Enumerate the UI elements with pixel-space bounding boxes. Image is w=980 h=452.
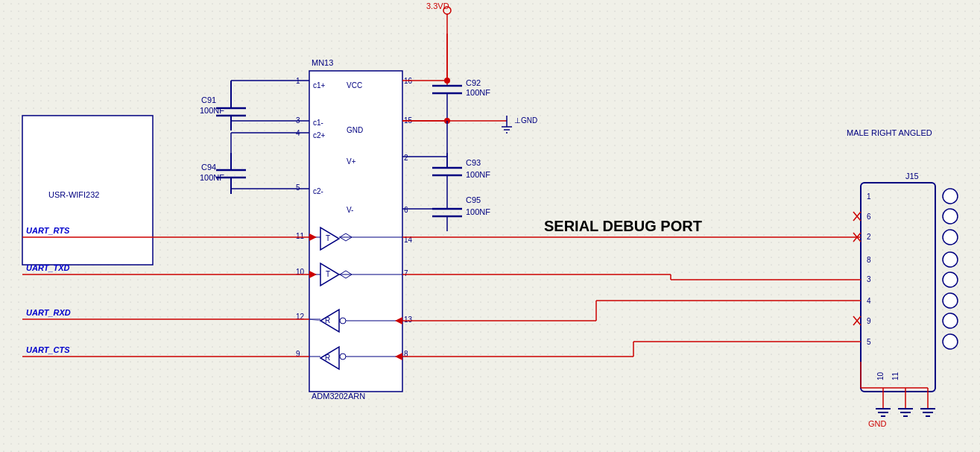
uart-cts-label: UART_CTS [26, 345, 70, 354]
j15-pin4: 4 [867, 297, 871, 305]
j15-ref: J15 [905, 172, 919, 181]
pin7-num: 7 [404, 269, 408, 277]
svg-point-73 [943, 209, 958, 224]
pin11-num: 11 [296, 232, 305, 240]
pin6-num: 6 [404, 206, 408, 214]
svg-point-79 [943, 334, 958, 349]
j15-pin9: 9 [867, 317, 871, 325]
j15-pin8: 8 [867, 256, 871, 264]
c94-ref: C94 [201, 163, 216, 172]
gnd-label1: GND [868, 419, 887, 428]
pin-vminus-label: V- [347, 206, 353, 214]
svg-point-72 [943, 189, 958, 204]
uart-rts-label: UART_RTS [26, 226, 70, 235]
pin-vcc-label: VCC [347, 81, 362, 90]
j15-type: MALE RIGHT ANGLED [847, 128, 932, 137]
pin2-num: 2 [404, 154, 408, 162]
c93-val: 100NF [466, 170, 490, 179]
c92-ref: C92 [466, 78, 481, 87]
j15-pin10: 10 [876, 371, 885, 380]
j15-pin11: 11 [891, 371, 900, 380]
serial-debug-title: SERIAL DEBUG PORT [544, 218, 702, 234]
svg-point-75 [943, 252, 958, 267]
uart-rxd-label: UART_RXD [26, 308, 71, 317]
pin-c2minus-label: c2- [313, 187, 323, 195]
svg-point-77 [943, 293, 958, 308]
pin13-num: 13 [404, 316, 413, 324]
j15-pin5: 5 [867, 338, 871, 346]
c91-ref: C91 [201, 95, 216, 104]
j15-pin6: 6 [867, 213, 871, 221]
c92-val: 100NF [466, 88, 490, 97]
ic-refdes: ADM3202ARN [312, 392, 365, 401]
pin-vplus-label: V+ [347, 157, 356, 166]
ic-name: MN13 [312, 58, 333, 67]
schematic-canvas: USR-WIFI232 MN13 ADM3202ARN c1+ VCC GND … [0, 0, 980, 452]
pin5-num: 5 [296, 183, 300, 192]
wifi-label: USR-WIFI232 [48, 190, 99, 199]
pin-gnd-label: GND [347, 126, 363, 134]
buf1-t: T [326, 234, 330, 242]
svg-point-76 [943, 272, 958, 287]
c95-ref: C95 [466, 195, 481, 204]
gnd-label-right: ⊥GND [514, 116, 537, 125]
buf3-r: R [325, 316, 330, 324]
c94-val: 100NF [200, 173, 224, 182]
c95-val: 100NF [466, 207, 490, 216]
pin-c1minus-label: c1- [313, 119, 323, 127]
c93-ref: C93 [466, 158, 481, 167]
buf2-t: T [326, 270, 330, 278]
pin-c2plus-label: c2+ [313, 131, 326, 139]
c91-val: 100NF [200, 106, 224, 115]
uart-txd-label: UART_TXD [26, 263, 70, 272]
pin-c1plus-label: c1+ [313, 81, 326, 90]
power-3v3: 3.3VD [426, 1, 449, 10]
svg-point-74 [943, 230, 958, 245]
buf4-r: R [325, 354, 330, 362]
j15-pin1: 1 [867, 192, 871, 201]
svg-point-52 [444, 78, 450, 84]
j15-pin2: 2 [867, 233, 871, 241]
svg-point-78 [943, 313, 958, 328]
j15-pin3: 3 [867, 275, 871, 283]
